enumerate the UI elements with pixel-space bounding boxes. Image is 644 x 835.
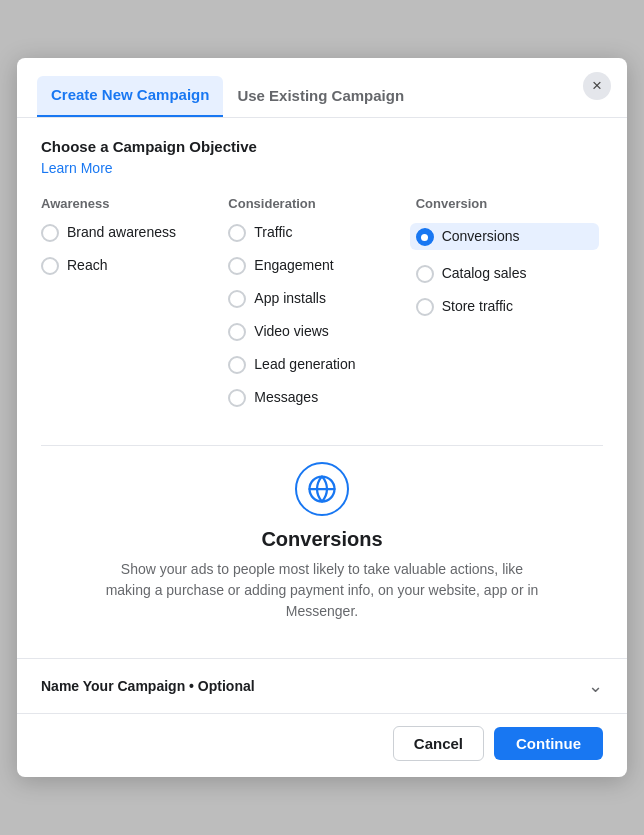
option-catalog-sales[interactable]: Catalog sales xyxy=(416,264,603,283)
label-lead-generation: Lead generation xyxy=(254,355,355,374)
option-store-traffic[interactable]: Store traffic xyxy=(416,297,603,316)
learn-more-link[interactable]: Learn More xyxy=(41,160,113,176)
label-brand-awareness: Brand awareness xyxy=(67,223,176,242)
preview-title: Conversions xyxy=(261,528,382,551)
conversion-column: Conversion Conversions Catalog sales Sto… xyxy=(416,196,603,421)
radio-store-traffic xyxy=(416,298,434,316)
conversion-header: Conversion xyxy=(416,196,603,211)
radio-reach xyxy=(41,257,59,275)
modal-footer: Cancel Continue xyxy=(17,713,627,777)
consideration-header: Consideration xyxy=(228,196,415,211)
option-engagement[interactable]: Engagement xyxy=(228,256,415,275)
cancel-button[interactable]: Cancel xyxy=(393,726,484,761)
modal-body: Choose a Campaign Objective Learn More A… xyxy=(17,118,627,658)
name-campaign-label: Name Your Campaign • Optional xyxy=(41,678,255,694)
label-conversions: Conversions xyxy=(442,227,520,246)
globe-icon xyxy=(295,462,349,516)
radio-catalog-sales xyxy=(416,265,434,283)
objectives-grid: Awareness Brand awareness Reach Consider… xyxy=(41,196,603,421)
radio-messages xyxy=(228,389,246,407)
preview-description: Show your ads to people most likely to t… xyxy=(102,559,542,622)
tab-bar: Create New Campaign Use Existing Campaig… xyxy=(17,58,627,118)
option-reach[interactable]: Reach xyxy=(41,256,228,275)
radio-lead-generation xyxy=(228,356,246,374)
consideration-column: Consideration Traffic Engagement App ins… xyxy=(228,196,415,421)
radio-traffic xyxy=(228,224,246,242)
conversion-preview: Conversions Show your ads to people most… xyxy=(41,445,603,642)
tab-use-existing[interactable]: Use Existing Campaign xyxy=(223,77,418,116)
label-app-installs: App installs xyxy=(254,289,326,308)
label-video-views: Video views xyxy=(254,322,328,341)
radio-engagement xyxy=(228,257,246,275)
option-brand-awareness[interactable]: Brand awareness xyxy=(41,223,228,242)
radio-conversions xyxy=(416,228,434,246)
campaign-modal: Create New Campaign Use Existing Campaig… xyxy=(17,58,627,777)
radio-video-views xyxy=(228,323,246,341)
label-messages: Messages xyxy=(254,388,318,407)
continue-button[interactable]: Continue xyxy=(494,727,603,760)
radio-app-installs xyxy=(228,290,246,308)
section-title: Choose a Campaign Objective xyxy=(41,138,603,155)
chevron-down-icon: ⌄ xyxy=(588,675,603,697)
label-engagement: Engagement xyxy=(254,256,333,275)
awareness-header: Awareness xyxy=(41,196,228,211)
awareness-column: Awareness Brand awareness Reach xyxy=(41,196,228,421)
label-catalog-sales: Catalog sales xyxy=(442,264,527,283)
option-video-views[interactable]: Video views xyxy=(228,322,415,341)
radio-brand-awareness xyxy=(41,224,59,242)
option-messages[interactable]: Messages xyxy=(228,388,415,407)
tab-create-new[interactable]: Create New Campaign xyxy=(37,76,223,117)
name-campaign-row[interactable]: Name Your Campaign • Optional ⌄ xyxy=(17,658,627,713)
option-app-installs[interactable]: App installs xyxy=(228,289,415,308)
label-store-traffic: Store traffic xyxy=(442,297,513,316)
option-conversions[interactable]: Conversions xyxy=(410,223,599,250)
modal-overlay: Create New Campaign Use Existing Campaig… xyxy=(0,0,644,835)
label-reach: Reach xyxy=(67,256,107,275)
option-traffic[interactable]: Traffic xyxy=(228,223,415,242)
option-lead-generation[interactable]: Lead generation xyxy=(228,355,415,374)
close-button[interactable]: × xyxy=(583,72,611,100)
label-traffic: Traffic xyxy=(254,223,292,242)
